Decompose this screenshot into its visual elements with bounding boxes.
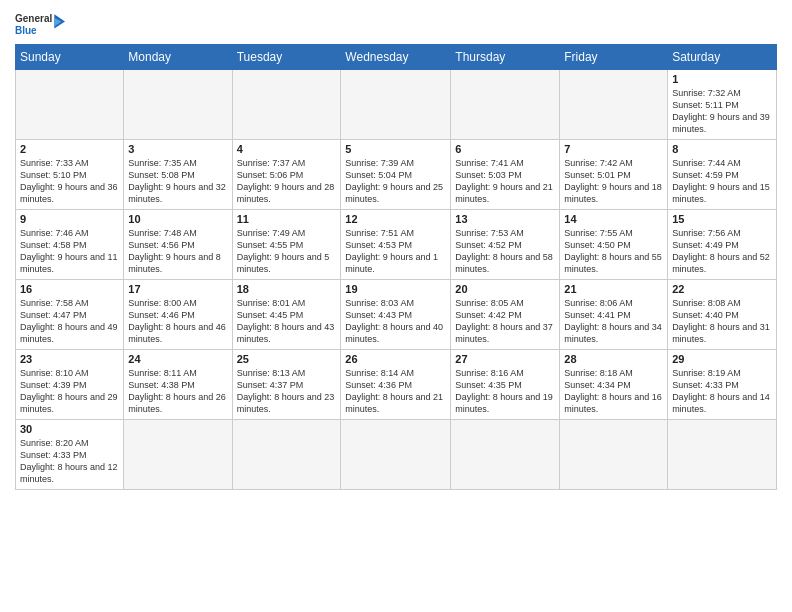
- day-info: Sunrise: 7:46 AM Sunset: 4:58 PM Dayligh…: [20, 227, 119, 276]
- calendar-cell: 16Sunrise: 7:58 AM Sunset: 4:47 PM Dayli…: [16, 280, 124, 350]
- calendar-cell: 24Sunrise: 8:11 AM Sunset: 4:38 PM Dayli…: [124, 350, 232, 420]
- calendar-cell: 19Sunrise: 8:03 AM Sunset: 4:43 PM Dayli…: [341, 280, 451, 350]
- day-info: Sunrise: 7:32 AM Sunset: 5:11 PM Dayligh…: [672, 87, 772, 136]
- calendar-cell: 14Sunrise: 7:55 AM Sunset: 4:50 PM Dayli…: [560, 210, 668, 280]
- calendar-cell: 1Sunrise: 7:32 AM Sunset: 5:11 PM Daylig…: [668, 70, 777, 140]
- day-info: Sunrise: 7:37 AM Sunset: 5:06 PM Dayligh…: [237, 157, 337, 206]
- calendar-cell: 13Sunrise: 7:53 AM Sunset: 4:52 PM Dayli…: [451, 210, 560, 280]
- svg-text:Blue: Blue: [15, 25, 37, 36]
- day-number: 17: [128, 283, 227, 295]
- day-info: Sunrise: 7:33 AM Sunset: 5:10 PM Dayligh…: [20, 157, 119, 206]
- weekday-header-row: SundayMondayTuesdayWednesdayThursdayFrid…: [16, 45, 777, 70]
- calendar-cell: 21Sunrise: 8:06 AM Sunset: 4:41 PM Dayli…: [560, 280, 668, 350]
- calendar-cell: 5Sunrise: 7:39 AM Sunset: 5:04 PM Daylig…: [341, 140, 451, 210]
- calendar-cell: 8Sunrise: 7:44 AM Sunset: 4:59 PM Daylig…: [668, 140, 777, 210]
- calendar-cell: [124, 70, 232, 140]
- calendar-cell: 11Sunrise: 7:49 AM Sunset: 4:55 PM Dayli…: [232, 210, 341, 280]
- calendar-cell: 23Sunrise: 8:10 AM Sunset: 4:39 PM Dayli…: [16, 350, 124, 420]
- calendar-cell: 10Sunrise: 7:48 AM Sunset: 4:56 PM Dayli…: [124, 210, 232, 280]
- day-info: Sunrise: 7:35 AM Sunset: 5:08 PM Dayligh…: [128, 157, 227, 206]
- day-number: 4: [237, 143, 337, 155]
- day-info: Sunrise: 8:11 AM Sunset: 4:38 PM Dayligh…: [128, 367, 227, 416]
- calendar-cell: 3Sunrise: 7:35 AM Sunset: 5:08 PM Daylig…: [124, 140, 232, 210]
- day-number: 27: [455, 353, 555, 365]
- day-info: Sunrise: 8:20 AM Sunset: 4:33 PM Dayligh…: [20, 437, 119, 486]
- day-number: 24: [128, 353, 227, 365]
- day-info: Sunrise: 8:10 AM Sunset: 4:39 PM Dayligh…: [20, 367, 119, 416]
- calendar-week-row: 2Sunrise: 7:33 AM Sunset: 5:10 PM Daylig…: [16, 140, 777, 210]
- calendar-cell: 4Sunrise: 7:37 AM Sunset: 5:06 PM Daylig…: [232, 140, 341, 210]
- calendar-cell: [560, 70, 668, 140]
- weekday-header-sunday: Sunday: [16, 45, 124, 70]
- day-number: 1: [672, 73, 772, 85]
- day-info: Sunrise: 7:49 AM Sunset: 4:55 PM Dayligh…: [237, 227, 337, 276]
- calendar-cell: [451, 420, 560, 490]
- weekday-header-monday: Monday: [124, 45, 232, 70]
- calendar-cell: 17Sunrise: 8:00 AM Sunset: 4:46 PM Dayli…: [124, 280, 232, 350]
- calendar-cell: 15Sunrise: 7:56 AM Sunset: 4:49 PM Dayli…: [668, 210, 777, 280]
- weekday-header-saturday: Saturday: [668, 45, 777, 70]
- day-info: Sunrise: 8:19 AM Sunset: 4:33 PM Dayligh…: [672, 367, 772, 416]
- day-info: Sunrise: 8:18 AM Sunset: 4:34 PM Dayligh…: [564, 367, 663, 416]
- calendar-cell: [560, 420, 668, 490]
- day-info: Sunrise: 8:08 AM Sunset: 4:40 PM Dayligh…: [672, 297, 772, 346]
- day-number: 21: [564, 283, 663, 295]
- page: General Blue SundayMondayTuesdayWednesda…: [0, 0, 792, 500]
- day-number: 6: [455, 143, 555, 155]
- day-info: Sunrise: 7:39 AM Sunset: 5:04 PM Dayligh…: [345, 157, 446, 206]
- day-number: 28: [564, 353, 663, 365]
- day-number: 22: [672, 283, 772, 295]
- header-area: General Blue: [15, 10, 777, 40]
- calendar-cell: 20Sunrise: 8:05 AM Sunset: 4:42 PM Dayli…: [451, 280, 560, 350]
- day-info: Sunrise: 7:58 AM Sunset: 4:47 PM Dayligh…: [20, 297, 119, 346]
- weekday-header-wednesday: Wednesday: [341, 45, 451, 70]
- day-number: 19: [345, 283, 446, 295]
- day-info: Sunrise: 8:01 AM Sunset: 4:45 PM Dayligh…: [237, 297, 337, 346]
- logo-area: General Blue: [15, 10, 65, 40]
- calendar-cell: [124, 420, 232, 490]
- calendar-cell: 12Sunrise: 7:51 AM Sunset: 4:53 PM Dayli…: [341, 210, 451, 280]
- day-number: 15: [672, 213, 772, 225]
- day-number: 12: [345, 213, 446, 225]
- calendar-cell: 25Sunrise: 8:13 AM Sunset: 4:37 PM Dayli…: [232, 350, 341, 420]
- day-number: 9: [20, 213, 119, 225]
- day-number: 2: [20, 143, 119, 155]
- calendar-cell: 2Sunrise: 7:33 AM Sunset: 5:10 PM Daylig…: [16, 140, 124, 210]
- day-info: Sunrise: 8:00 AM Sunset: 4:46 PM Dayligh…: [128, 297, 227, 346]
- day-info: Sunrise: 7:51 AM Sunset: 4:53 PM Dayligh…: [345, 227, 446, 276]
- weekday-header-tuesday: Tuesday: [232, 45, 341, 70]
- day-number: 30: [20, 423, 119, 435]
- calendar-cell: [341, 70, 451, 140]
- day-info: Sunrise: 7:55 AM Sunset: 4:50 PM Dayligh…: [564, 227, 663, 276]
- calendar-week-row: 16Sunrise: 7:58 AM Sunset: 4:47 PM Dayli…: [16, 280, 777, 350]
- calendar-week-row: 30Sunrise: 8:20 AM Sunset: 4:33 PM Dayli…: [16, 420, 777, 490]
- day-info: Sunrise: 7:42 AM Sunset: 5:01 PM Dayligh…: [564, 157, 663, 206]
- calendar-cell: 6Sunrise: 7:41 AM Sunset: 5:03 PM Daylig…: [451, 140, 560, 210]
- calendar-cell: 29Sunrise: 8:19 AM Sunset: 4:33 PM Dayli…: [668, 350, 777, 420]
- day-number: 18: [237, 283, 337, 295]
- calendar-cell: [232, 420, 341, 490]
- generalblue-logo: General Blue: [15, 10, 65, 40]
- calendar-cell: 28Sunrise: 8:18 AM Sunset: 4:34 PM Dayli…: [560, 350, 668, 420]
- day-info: Sunrise: 8:03 AM Sunset: 4:43 PM Dayligh…: [345, 297, 446, 346]
- calendar-cell: 18Sunrise: 8:01 AM Sunset: 4:45 PM Dayli…: [232, 280, 341, 350]
- calendar-cell: 26Sunrise: 8:14 AM Sunset: 4:36 PM Dayli…: [341, 350, 451, 420]
- day-info: Sunrise: 8:14 AM Sunset: 4:36 PM Dayligh…: [345, 367, 446, 416]
- day-number: 26: [345, 353, 446, 365]
- calendar-cell: 7Sunrise: 7:42 AM Sunset: 5:01 PM Daylig…: [560, 140, 668, 210]
- calendar-cell: [341, 420, 451, 490]
- day-number: 13: [455, 213, 555, 225]
- day-info: Sunrise: 8:05 AM Sunset: 4:42 PM Dayligh…: [455, 297, 555, 346]
- day-info: Sunrise: 7:53 AM Sunset: 4:52 PM Dayligh…: [455, 227, 555, 276]
- calendar-week-row: 1Sunrise: 7:32 AM Sunset: 5:11 PM Daylig…: [16, 70, 777, 140]
- calendar-cell: 22Sunrise: 8:08 AM Sunset: 4:40 PM Dayli…: [668, 280, 777, 350]
- day-info: Sunrise: 8:16 AM Sunset: 4:35 PM Dayligh…: [455, 367, 555, 416]
- day-number: 25: [237, 353, 337, 365]
- day-number: 8: [672, 143, 772, 155]
- weekday-header-friday: Friday: [560, 45, 668, 70]
- day-number: 5: [345, 143, 446, 155]
- day-info: Sunrise: 7:44 AM Sunset: 4:59 PM Dayligh…: [672, 157, 772, 206]
- day-number: 11: [237, 213, 337, 225]
- day-number: 10: [128, 213, 227, 225]
- calendar-cell: [232, 70, 341, 140]
